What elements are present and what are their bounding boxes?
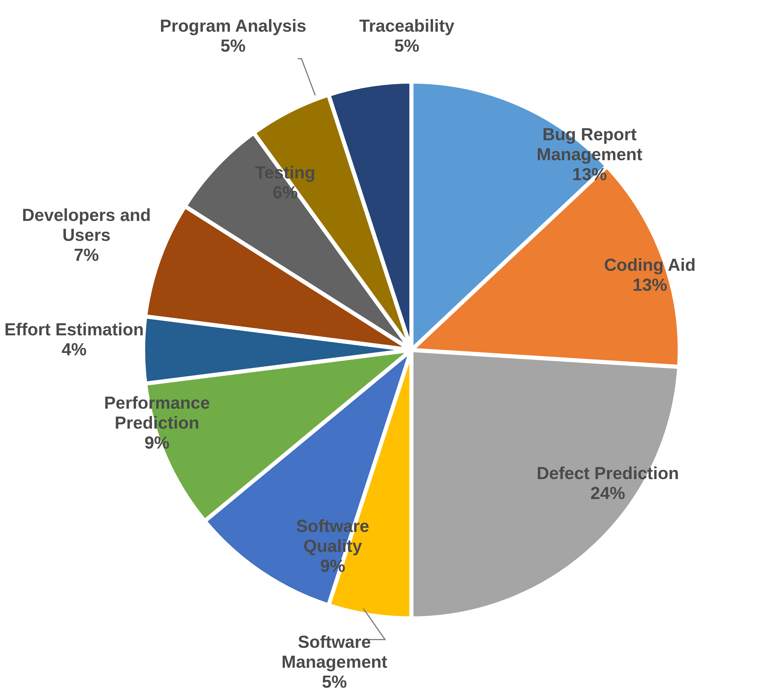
- slice-name: Bug Report: [537, 125, 643, 145]
- slice-percent: 6%: [255, 183, 315, 203]
- slice-percent: 13%: [537, 165, 643, 184]
- slice-name: Traceability: [359, 16, 454, 36]
- slice-name: Performance: [104, 393, 210, 413]
- slice-label: PerformancePrediction9%: [104, 393, 210, 453]
- slice-name: Testing: [255, 163, 315, 183]
- slice-percent: 5%: [359, 36, 454, 56]
- slice-label: SoftwareManagement5%: [282, 632, 387, 692]
- slice-label: Coding Aid13%: [604, 255, 696, 295]
- slice-name: Management: [282, 652, 387, 672]
- slice-label: Developers andUsers7%: [22, 205, 151, 265]
- slice-name: Management: [537, 145, 643, 165]
- slice-percent: 24%: [537, 484, 679, 503]
- slice-name: Effort Estimation: [5, 320, 144, 340]
- slice-name: Program Analysis: [160, 16, 306, 36]
- slice-name: Software: [296, 516, 369, 536]
- slice-name: Developers and: [22, 205, 151, 225]
- slice-name: Coding Aid: [604, 255, 696, 275]
- slice-label: Defect Prediction24%: [537, 463, 679, 503]
- slice-percent: 7%: [22, 245, 151, 265]
- slice-name: Software: [282, 632, 387, 652]
- slice-label: Bug ReportManagement13%: [537, 125, 643, 184]
- slice-label: Program Analysis5%: [160, 16, 306, 56]
- slice-name: Users: [22, 225, 151, 245]
- slice-percent: 4%: [5, 340, 144, 360]
- slice-percent: 13%: [604, 275, 696, 295]
- slice-name: Quality: [296, 536, 369, 556]
- chart-stage: Bug ReportManagement13%Coding Aid13%Defe…: [0, 0, 768, 700]
- slice-label: Effort Estimation4%: [5, 320, 144, 360]
- leader-line: [298, 59, 315, 95]
- slice-label: Traceability5%: [359, 16, 454, 56]
- slice-label: Testing6%: [255, 163, 315, 203]
- slice-percent: 5%: [160, 36, 306, 56]
- slice-name: Prediction: [104, 413, 210, 433]
- slice-name: Defect Prediction: [537, 463, 679, 484]
- slice-percent: 5%: [282, 672, 387, 692]
- slice-percent: 9%: [296, 556, 369, 576]
- slice-percent: 9%: [104, 433, 210, 453]
- slice-label: SoftwareQuality9%: [296, 516, 369, 576]
